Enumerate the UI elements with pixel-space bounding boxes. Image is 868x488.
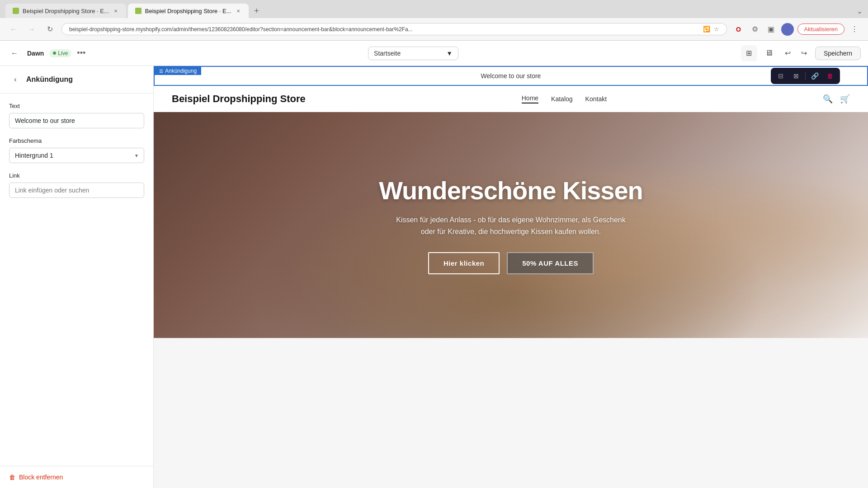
live-label: Live <box>58 50 68 56</box>
url-star-icon[interactable]: ☆ <box>714 26 719 33</box>
announcement-bar[interactable]: ☰ Ankündigung Welcome to our store ⊟ ⊠ 🔗… <box>154 66 868 86</box>
farbschema-field-label: Farbschema <box>9 137 144 144</box>
theme-name: Dawn <box>27 50 44 57</box>
farbschema-select[interactable]: Hintergrund 1 <box>9 148 144 163</box>
trash-icon: 🗑 <box>9 474 15 481</box>
announcement-tag: ☰ Ankündigung <box>155 67 201 75</box>
nav-item-home[interactable]: Home <box>522 94 538 103</box>
sidebar-footer: 🗑 Block entfernen <box>0 466 153 488</box>
topbar-right: ⊞ 🖥 ↩ ↪ Speichern <box>741 45 861 61</box>
farbschema-field-group: Farbschema Hintergrund 1 <box>9 137 144 163</box>
topbar-center: Startseite ▼ <box>91 47 736 60</box>
toolbar-divider <box>805 72 806 80</box>
announcement-toolbar: ⊟ ⊠ 🔗 🗑 <box>771 68 840 84</box>
hero-secondary-button[interactable]: 50% AUF ALLES <box>507 252 594 274</box>
toolbar-align-center[interactable]: ⊠ <box>790 70 802 82</box>
address-bar: ← → ↻ beispiel-dropshipping-store.myshop… <box>0 18 868 41</box>
nav-item-katalog[interactable]: Katalog <box>551 95 572 103</box>
chevron-down-icon: ▼ <box>446 50 453 57</box>
undo-redo-group: ↩ ↪ <box>781 46 811 61</box>
announcement-text: Welcome to our store <box>481 72 541 80</box>
url-text: beispiel-dropshipping-store.myshopify.co… <box>69 26 699 33</box>
sidebar-content: Text Farbschema Hintergrund 1 Link <box>0 94 153 466</box>
hero-section: Wunderschöne Kissen Kissen für jeden Anl… <box>154 112 868 338</box>
undo-button[interactable]: ↩ <box>781 46 795 61</box>
topbar-back-button[interactable]: ← <box>7 46 22 61</box>
tab-favicon-2 <box>135 8 142 14</box>
redo-button[interactable]: ↪ <box>797 46 811 61</box>
remove-block-label: Block entfernen <box>19 474 63 481</box>
editor-layout: ← Dawn Live ••• Startseite ▼ ⊞ 🖥 ↩ ↪ Spe… <box>0 41 868 488</box>
tab-1[interactable]: Beispiel Dropshipping Store · E... ✕ <box>5 4 126 18</box>
preview-area: ☰ Ankündigung Welcome to our store ⊟ ⊠ 🔗… <box>154 66 868 488</box>
browser-actions: O ⚙ ▣ Aktualisieren ⋮ <box>732 23 861 36</box>
link-field-input[interactable] <box>9 183 144 198</box>
aktualisieren-button[interactable]: Aktualisieren <box>797 23 844 35</box>
tab-close-1[interactable]: ✕ <box>113 8 119 14</box>
menu-icon[interactable]: ⋮ <box>848 23 861 36</box>
sidebar-back-button[interactable]: ‹ <box>9 73 22 86</box>
toolbar-delete[interactable]: 🗑 <box>824 70 836 82</box>
announcement-icon: ☰ <box>159 69 163 74</box>
tab-favicon-1 <box>13 8 19 14</box>
url-share-icon: 🔁 <box>703 26 710 33</box>
text-field-group: Text <box>9 103 144 128</box>
tab-bar: Beispiel Dropshipping Store · E... ✕ Bei… <box>0 0 868 18</box>
hero-primary-button[interactable]: Hier klicken <box>428 252 500 274</box>
live-badge: Live <box>49 49 71 57</box>
toolbar-align-left[interactable]: ⊟ <box>774 70 787 82</box>
store-actions: 🔍 🛒 <box>823 94 850 104</box>
tab-2[interactable]: Beispiel Dropshipping Store · E... ✕ <box>128 4 249 18</box>
page-select-value: Startseite <box>374 50 401 57</box>
sidebar-title: Ankündigung <box>26 75 73 84</box>
hero-buttons: Hier klicken 50% AUF ALLES <box>428 252 594 274</box>
save-button[interactable]: Speichern <box>815 47 861 60</box>
hero-title: Wunderschöne Kissen <box>379 176 643 205</box>
tab-close-2[interactable]: ✕ <box>235 8 241 14</box>
remove-block-button[interactable]: 🗑 Block entfernen <box>9 474 63 481</box>
hero-content: Wunderschöne Kissen Kissen für jeden Anl… <box>154 112 868 338</box>
sidebar: ‹ Ankündigung Text Farbschema Hintergrun… <box>0 66 154 488</box>
text-field-input[interactable] <box>9 113 144 128</box>
tab-expand-icon[interactable]: ⌄ <box>857 7 863 15</box>
extension-icon-1[interactable]: O <box>732 23 745 36</box>
browser-chrome: Beispiel Dropshipping Store · E... ✕ Bei… <box>0 0 868 41</box>
inspector-button[interactable]: ⊞ <box>741 45 757 61</box>
profile-avatar[interactable] <box>781 23 794 36</box>
page-select-dropdown[interactable]: Startseite ▼ <box>368 47 458 60</box>
text-field-label: Text <box>9 103 144 109</box>
live-dot <box>53 52 56 55</box>
topbar-more-button[interactable]: ••• <box>77 48 85 58</box>
editor-topbar: ← Dawn Live ••• Startseite ▼ ⊞ 🖥 ↩ ↪ Spe… <box>0 41 868 66</box>
cart-icon[interactable]: 🛒 <box>840 94 850 104</box>
farbschema-select-wrapper: Hintergrund 1 <box>9 148 144 163</box>
link-field-group: Link <box>9 172 144 198</box>
tab-label-2: Beispiel Dropshipping Store · E... <box>145 8 231 14</box>
hero-subtitle: Kissen für jeden Anlass - ob für das eig… <box>393 214 628 237</box>
new-tab-button[interactable]: + <box>250 5 263 17</box>
reload-button[interactable]: ↻ <box>43 23 56 36</box>
sidebar-icon[interactable]: ▣ <box>765 23 778 36</box>
back-button[interactable]: ← <box>7 23 20 36</box>
store-nav: Home Katalog Kontakt <box>522 94 607 103</box>
url-bar[interactable]: beispiel-dropshipping-store.myshopify.co… <box>61 23 727 35</box>
store-header: Beispiel Dropshipping Store Home Katalog… <box>154 86 868 112</box>
sidebar-header: ‹ Ankündigung <box>0 66 153 94</box>
desktop-view-button[interactable]: 🖥 <box>761 45 777 61</box>
forward-button[interactable]: → <box>25 23 38 36</box>
link-field-label: Link <box>9 172 144 179</box>
extension-icon-2[interactable]: ⚙ <box>749 23 761 36</box>
toolbar-link[interactable]: 🔗 <box>808 70 821 82</box>
tab-label-1: Beispiel Dropshipping Store · E... <box>23 8 109 14</box>
search-icon[interactable]: 🔍 <box>823 94 833 104</box>
store-logo: Beispiel Dropshipping Store <box>172 93 306 105</box>
editor-body: ‹ Ankündigung Text Farbschema Hintergrun… <box>0 66 868 488</box>
nav-item-kontakt[interactable]: Kontakt <box>585 95 607 103</box>
announcement-tag-label: Ankündigung <box>165 68 197 74</box>
